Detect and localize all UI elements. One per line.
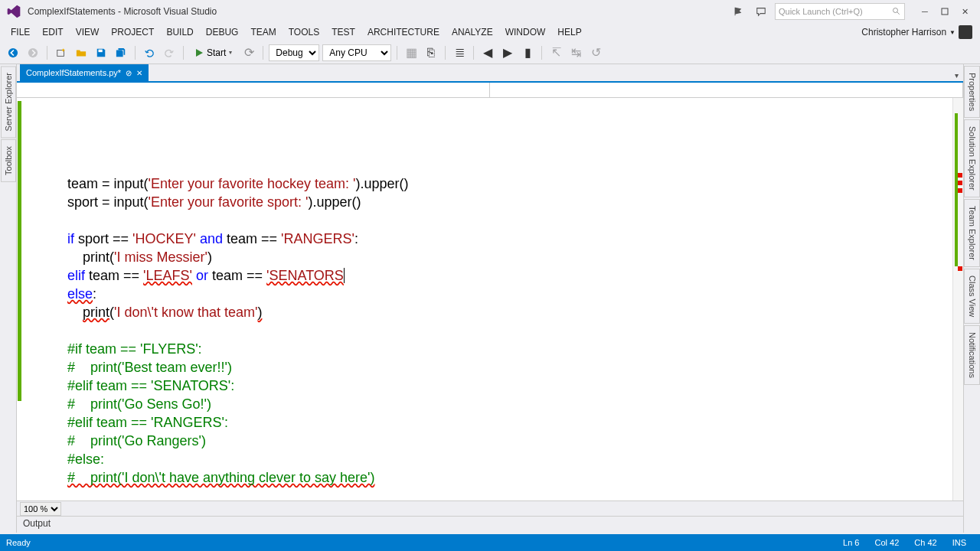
status-ins: INS	[945, 538, 974, 547]
code-line[interactable]: if sport == 'HOCKEY' and team == 'RANGER…	[23, 230, 963, 248]
zoom-dropdown[interactable]: 100 %	[20, 502, 61, 516]
code-line[interactable]: #elif team == 'RANGERS':	[23, 413, 963, 432]
code-line[interactable]: # print('Go Rangers')	[23, 432, 963, 450]
play-icon	[194, 48, 204, 57]
status-col: Col 42	[867, 538, 907, 547]
code-line[interactable]: elif team == 'LEAFS' or team == 'SENATOR…	[23, 266, 963, 285]
server-explorer-tab[interactable]: Server Explorer	[1, 66, 16, 138]
code-line[interactable]: # print('Go Sens Go!')	[23, 395, 963, 413]
quick-launch-input[interactable]: Quick Launch (Ctrl+Q)	[775, 3, 905, 20]
avatar-icon	[959, 25, 972, 39]
properties-tab[interactable]: Properties	[964, 66, 980, 118]
menu-architecture[interactable]: ARCHITECTURE	[361, 24, 446, 40]
start-debug-button[interactable]: Start ▾	[189, 44, 237, 61]
tab-overflow-button[interactable]: ▾	[950, 70, 963, 81]
config-dropdown[interactable]: Debug	[269, 44, 319, 61]
code-line[interactable]: print('I miss Messier')	[23, 248, 963, 266]
menu-build[interactable]: BUILD	[160, 24, 199, 40]
status-ready: Ready	[6, 538, 835, 547]
new-project-button[interactable]	[53, 44, 70, 61]
indent-left-button[interactable]: ◀	[479, 44, 496, 61]
code-line[interactable]: print('I don\'t know that team')	[23, 303, 963, 321]
code-line[interactable]: else:	[23, 285, 963, 303]
tb-btn-2[interactable]: ⎘	[423, 44, 439, 61]
tb-btn-4[interactable]: ↸	[547, 44, 564, 61]
menu-help[interactable]: HELP	[551, 24, 587, 40]
tb-btn-1[interactable]: ▦	[403, 44, 420, 61]
status-line: Ln 6	[835, 538, 867, 547]
menu-bar: FILE EDIT VIEW PROJECT BUILD DEBUG TEAM …	[0, 23, 980, 41]
tb-btn-3[interactable]: ≣	[451, 44, 468, 61]
feedback-icon[interactable]	[752, 2, 770, 21]
solution-explorer-tab[interactable]: Solution Explorer	[964, 119, 980, 197]
zoom-bar: 100 %	[17, 500, 963, 516]
editor-area: ComplexIfStatements.py* ⊘ ✕ ▾ team = inp…	[17, 64, 963, 533]
menu-file[interactable]: FILE	[5, 24, 36, 40]
nav-fwd-button[interactable]	[24, 44, 41, 61]
undo-button[interactable]	[141, 44, 158, 61]
svg-rect-5	[99, 49, 103, 52]
menu-debug[interactable]: DEBUG	[200, 24, 245, 40]
svg-point-0	[893, 8, 898, 13]
signed-in-user[interactable]: Christopher Harrison ▼	[861, 25, 975, 39]
code-line[interactable]: sport = input('Enter your favorite sport…	[23, 193, 963, 211]
tab-filename: ComplexIfStatements.py*	[26, 68, 121, 77]
menu-project[interactable]: PROJECT	[105, 24, 160, 40]
toolbox-tab[interactable]: Toolbox	[1, 139, 16, 182]
menu-window[interactable]: WINDOW	[499, 24, 552, 40]
notifications-flag-icon[interactable]	[729, 2, 747, 21]
code-line[interactable]: #if team == 'FLYERS':	[23, 340, 963, 358]
document-tabs: ComplexIfStatements.py* ⊘ ✕ ▾	[17, 64, 963, 83]
code-line[interactable]: #else:	[23, 450, 963, 468]
team-explorer-tab[interactable]: Team Explorer	[964, 199, 980, 267]
right-dock: Properties Solution Explorer Team Explor…	[963, 64, 980, 533]
menu-edit[interactable]: EDIT	[36, 24, 69, 40]
code-line[interactable]: # print('Best team ever!!')	[23, 358, 963, 377]
notifications-tab[interactable]: Notifications	[964, 325, 980, 385]
platform-dropdown[interactable]: Any CPU	[322, 44, 391, 61]
redo-button[interactable]	[161, 44, 178, 61]
navigation-bar[interactable]	[17, 83, 963, 98]
comment-button[interactable]: ▮	[519, 44, 536, 61]
code-line[interactable]	[23, 211, 963, 230]
menu-analyze[interactable]: ANALYZE	[446, 24, 499, 40]
menu-view[interactable]: VIEW	[70, 24, 106, 40]
code-line[interactable]: #elif team == 'SENATORS':	[23, 377, 963, 395]
search-icon	[892, 7, 901, 16]
nav-back-button[interactable]	[5, 44, 21, 61]
toolbar: Start ▾ ⟳ Debug Any CPU ▦ ⎘ ≣ ◀ ▶ ▮ ↸ ↹ …	[0, 41, 980, 64]
tb-btn-6[interactable]: ↺	[587, 44, 604, 61]
tab-close-icon[interactable]: ✕	[136, 69, 142, 77]
quick-launch-placeholder: Quick Launch (Ctrl+Q)	[779, 7, 863, 16]
document-tab-active[interactable]: ComplexIfStatements.py* ⊘ ✕	[20, 64, 149, 81]
close-button[interactable]: ✕	[956, 4, 974, 19]
title-bar: ComplexIfStatements - Microsoft Visual S…	[0, 0, 980, 23]
maximize-button[interactable]	[936, 4, 954, 19]
menu-test[interactable]: TEST	[325, 24, 361, 40]
window-title: ComplexIfStatements - Microsoft Visual S…	[28, 6, 729, 17]
code-line[interactable]	[23, 321, 963, 340]
code-line[interactable]: team = input('Enter your favorite hockey…	[23, 174, 963, 193]
open-file-button[interactable]	[73, 44, 90, 61]
tb-btn-5[interactable]: ↹	[567, 44, 584, 61]
minimize-button[interactable]: ─	[916, 4, 934, 19]
vs-logo-icon	[6, 4, 21, 19]
menu-team[interactable]: TEAM	[244, 24, 282, 40]
status-bar: Ready Ln 6 Col 42 Ch 42 INS	[0, 534, 980, 551]
save-button[interactable]	[93, 44, 109, 61]
menu-tools[interactable]: TOOLS	[283, 24, 325, 40]
svg-point-2	[8, 47, 18, 57]
refresh-button[interactable]: ⟳	[240, 44, 257, 61]
svg-rect-1	[942, 8, 948, 15]
indent-right-button[interactable]: ▶	[499, 44, 516, 61]
pin-icon[interactable]: ⊘	[126, 69, 132, 77]
code-editor[interactable]: team = input('Enter your favorite hockey…	[17, 98, 963, 500]
main-area: Server Explorer Toolbox ComplexIfStateme…	[0, 64, 980, 533]
code-line[interactable]: # print('I don\'t have anything clever t…	[23, 468, 963, 487]
class-view-tab[interactable]: Class View	[964, 269, 980, 324]
left-dock: Server Explorer Toolbox	[0, 64, 17, 533]
save-all-button[interactable]	[113, 44, 129, 61]
output-panel-header[interactable]: Output	[17, 516, 963, 533]
status-ch: Ch 42	[906, 538, 944, 547]
svg-point-3	[28, 47, 38, 57]
